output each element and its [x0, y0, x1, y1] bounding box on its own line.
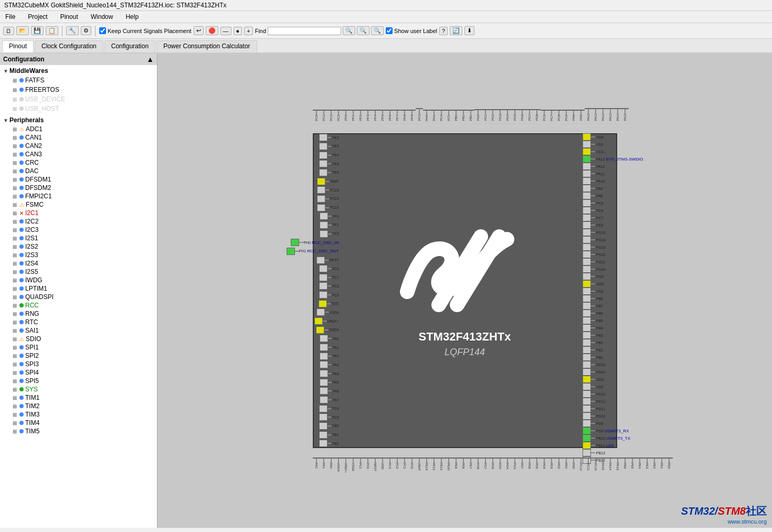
periph-sai1[interactable]: ⊞SAI1 [0, 326, 157, 335]
show-label-text: Show user Label [394, 28, 437, 34]
periph-i2s4[interactable]: ⊞I2S4 [0, 259, 157, 268]
periph-dac[interactable]: ⊞DAC [0, 167, 157, 175]
pin-bottom-0: PA2 [313, 457, 320, 469]
periph-iwdg[interactable]: ⊞IWDG [0, 276, 157, 284]
toolbar-new[interactable]: 🗋 [3, 27, 14, 35]
pin-right-9: PC9 [583, 199, 643, 207]
find-zoom2[interactable]: 🔍 [357, 26, 369, 35]
pin-bottom-18: PE10 [445, 457, 452, 471]
pin-right-26: PB4 [583, 324, 643, 332]
periph-can2[interactable]: ⊞CAN2 [0, 142, 157, 150]
pin-bottom-20: PE8 [460, 457, 467, 469]
pin-top-20: PB1 [460, 110, 467, 121]
toolbar-save[interactable]: 💾 [31, 26, 44, 35]
toolbar-saveas[interactable]: 📋 [46, 26, 58, 35]
menu-file[interactable]: File [2, 12, 18, 22]
periph-crc[interactable]: ⊞CRC [0, 158, 157, 167]
periph-rng[interactable]: ⊞RNG [0, 310, 157, 318]
mw-usb-device[interactable]: ⊞ USB_DEVICE [0, 95, 157, 103]
periph-spi5[interactable]: ⊞SPI5 [0, 377, 157, 385]
periph-rtc[interactable]: ⊞RTC [0, 318, 157, 326]
mw-freertos[interactable]: ⊞ FREERTOS [0, 86, 157, 94]
left-panel-scroll[interactable]: ▼ MiddleWares ⊞ FATFS ⊞ FREERTOS [0, 65, 157, 528]
menu-window[interactable]: Window [88, 12, 117, 22]
periph-tim5[interactable]: ⊞TIM5 [0, 427, 157, 435]
mw-freertos-dot [19, 88, 24, 92]
periph-sys[interactable]: ⊞SYS [0, 385, 157, 393]
toolbar-find-area: Find 🔍 🔍 🔍 [255, 26, 384, 35]
periph-tim2[interactable]: ⊞TIM2 [0, 402, 157, 410]
toolbar-help[interactable]: ? [439, 27, 448, 35]
pin-right-15: PG13 [583, 243, 643, 251]
periph-tim1[interactable]: ⊞TIM1 [0, 393, 157, 402]
toolbar-download[interactable]: ⬇ [464, 26, 474, 35]
periph-i2s3[interactable]: ⊞I2S3 [0, 251, 157, 259]
pin-bottom-42: PE6 [621, 457, 629, 469]
periph-i2c2[interactable]: ⊞I2C2 [0, 217, 157, 226]
menu-help[interactable]: Help [122, 12, 142, 22]
left-panel-scroll-up[interactable]: ▲ [146, 55, 154, 63]
toolbar-update[interactable]: 🔄 [450, 26, 462, 35]
periph-i2s1[interactable]: ⊞I2S1 [0, 234, 157, 242]
tab-pinout[interactable]: Pinout [2, 40, 34, 52]
find-zoom1[interactable]: 🔍 [343, 26, 355, 35]
toolbar-btn5[interactable]: 🔧 [66, 26, 79, 35]
find-zoom3[interactable]: 🔍 [371, 26, 384, 35]
toolbar-btn8[interactable]: 🔴 [206, 26, 218, 35]
tab-configuration[interactable]: Configuration [104, 40, 155, 52]
periph-dfsdm1[interactable]: ⊞DFSDM1 [0, 175, 157, 184]
mw-fatfs[interactable]: ⊞ FATFS [0, 76, 157, 84]
toolbar-btn11[interactable]: + [244, 27, 252, 35]
menu-project[interactable]: Project [25, 12, 50, 22]
find-input[interactable] [268, 27, 341, 35]
mw-usb-host[interactable]: ⊞ USB_HOST [0, 104, 157, 113]
periph-spi3[interactable]: ⊞SPI3 [0, 360, 157, 368]
periph-can1[interactable]: ⊞CAN1 [0, 133, 157, 142]
periph-i2c3[interactable]: ⊞I2C3 [0, 226, 157, 234]
periph-i2s2[interactable]: ⊞I2S2 [0, 242, 157, 251]
pin-bottom-34: PD1 [563, 457, 570, 469]
periph-fmpi2c1[interactable]: ⊞FMPI2C1 [0, 192, 157, 200]
periph-tim3[interactable]: ⊞TIM3 [0, 410, 157, 419]
periph-adc1[interactable]: ⊞⚠ADC1 [0, 125, 157, 133]
pin-right-20: VDD [583, 280, 643, 288]
toolbar-btn6[interactable]: ⚙ [81, 26, 91, 35]
tab-clock[interactable]: Clock Configuration [35, 40, 103, 52]
periph-can3[interactable]: ⊞CAN3 [0, 150, 157, 158]
periph-fsmc[interactable]: ⊞⚠FSMC [0, 200, 157, 209]
pin-top-23: PG1 [482, 109, 489, 121]
middlewares-label: MiddleWares [9, 67, 48, 75]
pin-right-14: PG14 [583, 236, 643, 243]
st-logo-svg [392, 224, 538, 318]
periph-sdio[interactable]: ⊞⚠SDIO [0, 335, 157, 343]
periph-i2s5[interactable]: ⊞I2S5 [0, 268, 157, 276]
periph-tim4[interactable]: ⊞TIM4 [0, 419, 157, 427]
periph-i2c1[interactable]: ⊞✕I2C1 [0, 209, 157, 217]
toolbar-open[interactable]: 📂 [16, 26, 29, 35]
section-peripherals: ▼ Peripherals ⊞⚠ADC1⊞CAN1⊞CAN2⊞CAN3⊞CRC⊞… [0, 114, 157, 437]
pin-top-33: PC8 [555, 110, 563, 121]
tab-power[interactable]: Power Consumption Calculator [156, 40, 257, 52]
toolbar-btn10[interactable]: ● [234, 27, 242, 35]
peripherals-header[interactable]: ▼ Peripherals [0, 115, 157, 125]
pin-bottom-46: PE2 [651, 457, 658, 469]
periph-spi4[interactable]: ⊞SPI4 [0, 368, 157, 377]
keep-signals-checkbox[interactable] [99, 27, 106, 34]
periph-lptim1[interactable]: ⊞LPTIM1 [0, 284, 157, 293]
toolbar-undo[interactable]: ↩ [194, 26, 204, 35]
periph-dfsdm2[interactable]: ⊞DFSDM2 [0, 184, 157, 192]
toolbar-btn9[interactable]: — [220, 27, 231, 35]
show-label-checkbox[interactable] [386, 27, 393, 34]
mw-fatfs-label: FATFS [25, 77, 44, 84]
main-area: Configuration ▲ ▼ MiddleWares ⊞ FATFS [0, 54, 772, 528]
menu-pinout[interactable]: Pinout [57, 12, 81, 22]
periph-quadspi[interactable]: ⊞QUADSPI [0, 293, 157, 301]
periph-rcc[interactable]: ⊞RCC [0, 301, 157, 310]
middlewares-header[interactable]: ▼ MiddleWares [0, 66, 157, 76]
pin-left-21: VREF+ [287, 317, 340, 325]
pin-right-39: PD9 [583, 420, 643, 427]
periph-spi2[interactable]: ⊞SPI2 [0, 352, 157, 360]
mw-freertos-label: FREERTOS [25, 86, 59, 93]
pin-top-10: PF6 [386, 110, 394, 121]
periph-spi1[interactable]: ⊞SPI1 [0, 343, 157, 352]
